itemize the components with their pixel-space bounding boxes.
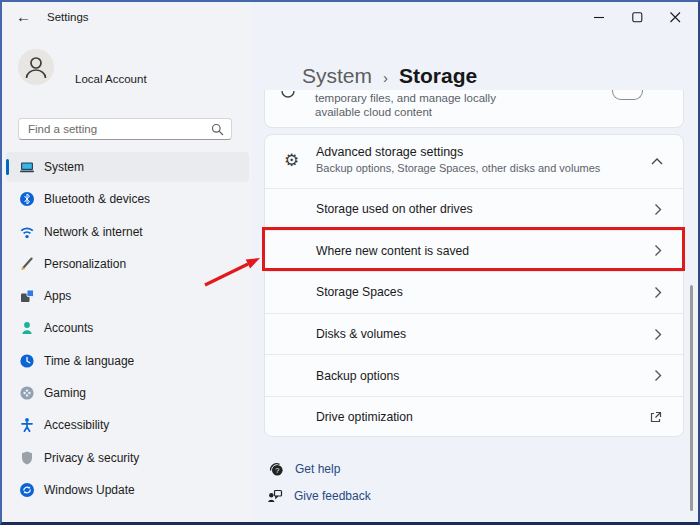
sidebar-item-apps[interactable]: Apps (6, 281, 249, 311)
row-storage-spaces[interactable]: Storage Spaces (265, 271, 683, 313)
search-icon (211, 123, 224, 137)
breadcrumb-separator: › (383, 67, 388, 86)
settings-window: ← Settings Local Account Find a setting (0, 0, 700, 525)
get-help-label: Get help (295, 462, 340, 476)
get-help-icon: ? (268, 461, 284, 477)
selected-accent-bar (6, 159, 9, 175)
storage-sense-card-partial[interactable]: temporary files, and manage locally avai… (264, 90, 684, 128)
row-drive-optimization[interactable]: Drive optimization (265, 396, 683, 437)
minimize-button[interactable] (580, 2, 618, 32)
chevron-right-icon (654, 369, 662, 382)
gaming-xbox-icon (19, 385, 35, 401)
minimize-icon (594, 12, 605, 23)
maximize-button[interactable] (618, 2, 656, 32)
network-wifi-icon (19, 224, 35, 240)
sidebar-item-label: Time & language (44, 354, 134, 368)
account-name: Local Account (75, 73, 147, 85)
row-backup-options[interactable]: Backup options (265, 354, 683, 396)
chevron-right-icon (654, 286, 662, 299)
scrollbar-thumb[interactable] (690, 285, 693, 511)
sidebar-item-network-internet[interactable]: Network & internet (6, 217, 249, 247)
sidebar-item-windows-update[interactable]: Windows Update (6, 475, 249, 505)
row-label: Disks & volumes (316, 327, 406, 341)
breadcrumb-system[interactable]: System (302, 64, 372, 88)
sidebar-item-accounts[interactable]: Accounts (6, 313, 249, 343)
sidebar-item-label: Gaming (44, 386, 86, 400)
expander-subtitle: Backup options, Storage Spaces, other di… (316, 162, 600, 174)
window-title: Settings (47, 11, 89, 23)
update-arrows-icon (19, 482, 35, 498)
sidebar-item-label: Accounts (44, 321, 93, 335)
close-icon (670, 12, 681, 23)
page-title: Storage (399, 64, 477, 88)
row-label: Drive optimization (316, 410, 413, 424)
apps-grid-icon (19, 288, 35, 304)
sidebar-item-privacy-security[interactable]: Privacy & security (6, 443, 249, 473)
expander-title: Advanced storage settings (316, 145, 463, 159)
chevron-right-icon (654, 203, 662, 216)
accounts-person-icon (19, 320, 35, 336)
sidebar-item-label: Personalization (44, 257, 126, 271)
sidebar-item-personalization[interactable]: Personalization (6, 249, 249, 279)
chevron-up-icon (651, 158, 663, 165)
sidebar-item-system[interactable]: System (6, 152, 249, 182)
sidebar-item-accessibility[interactable]: Accessibility (6, 410, 249, 440)
sidebar-item-label: Privacy & security (44, 451, 139, 465)
sidebar-item-label: System (44, 160, 84, 174)
sidebar-nav: System Bluetooth & devices Network & int… (6, 152, 249, 507)
storage-sense-description: temporary files, and manage locally avai… (315, 91, 496, 119)
row-disks-volumes[interactable]: Disks & volumes (265, 313, 683, 355)
external-link-icon (649, 411, 662, 424)
sidebar-item-label: Apps (44, 289, 71, 303)
shield-icon (19, 450, 35, 466)
sidebar-item-label: Network & internet (44, 225, 143, 239)
give-feedback-link[interactable]: Give feedback (267, 488, 371, 504)
row-where-new-content-saved[interactable]: Where new content is saved (265, 230, 683, 272)
accessibility-person-icon (19, 417, 35, 433)
sidebar-item-label: Accessibility (44, 418, 109, 432)
row-label: Where new content is saved (316, 244, 469, 258)
personalization-brush-icon (19, 256, 35, 272)
gear-icon: ⚙ (284, 152, 299, 169)
sidebar-item-time-language[interactable]: Time & language (6, 346, 249, 376)
give-feedback-icon (267, 488, 283, 504)
search-input[interactable]: Find a setting (18, 118, 232, 140)
close-button[interactable] (656, 2, 694, 32)
chevron-right-icon (654, 244, 662, 257)
bluetooth-icon (19, 191, 35, 207)
sidebar-item-bluetooth-devices[interactable]: Bluetooth & devices (6, 184, 249, 214)
row-label: Storage used on other drives (316, 202, 473, 216)
search-placeholder: Find a setting (28, 123, 97, 135)
back-button[interactable]: ← (16, 8, 31, 25)
advanced-storage-card: ⚙ Advanced storage settings Backup optio… (264, 134, 684, 437)
maximize-icon (632, 12, 643, 23)
clock-icon (19, 353, 35, 369)
sidebar-item-label: Bluetooth & devices (44, 192, 150, 206)
row-label: Storage Spaces (316, 285, 403, 299)
breadcrumb: System › Storage (302, 64, 477, 88)
chevron-right-icon (654, 328, 662, 341)
person-icon (18, 49, 54, 85)
system-laptop-icon (19, 159, 35, 175)
svg-text:?: ? (275, 466, 279, 475)
toggle-switch-fragment[interactable] (612, 90, 643, 100)
sidebar-item-gaming[interactable]: Gaming (6, 378, 249, 408)
row-storage-used-other-drives[interactable]: Storage used on other drives (265, 188, 683, 230)
avatar[interactable] (18, 49, 54, 85)
row-label: Backup options (316, 369, 399, 383)
window-controls (580, 2, 694, 32)
storage-sense-icon-fragment (280, 90, 296, 99)
get-help-link[interactable]: ? Get help (268, 461, 340, 477)
give-feedback-label: Give feedback (294, 489, 371, 503)
advanced-storage-expander[interactable]: ⚙ Advanced storage settings Backup optio… (265, 135, 683, 188)
sidebar-item-label: Windows Update (44, 483, 135, 497)
